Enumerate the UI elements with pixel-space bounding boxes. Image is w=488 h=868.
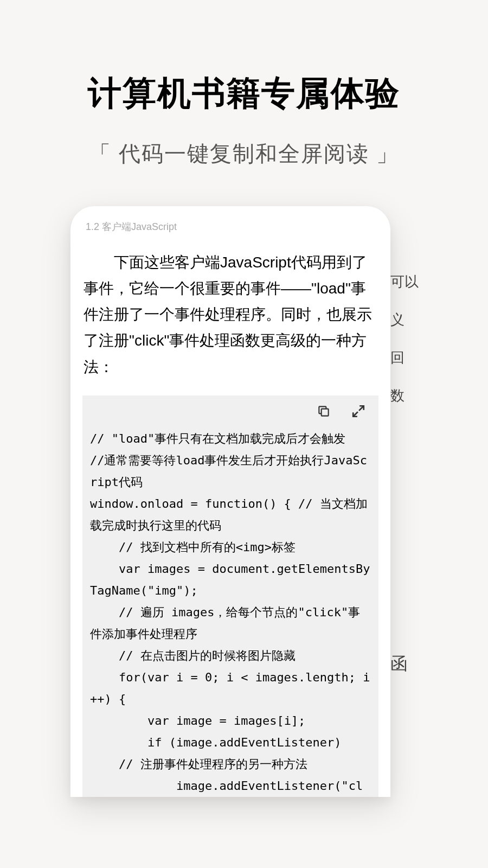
hero-title: 计算机书籍专属体验 <box>0 71 488 116</box>
fullscreen-icon[interactable] <box>351 404 365 420</box>
code-toolbar <box>90 404 371 428</box>
chapter-label: 1.2 客户端JavaScript <box>86 220 378 233</box>
hero-subtitle: 「 代码一键复制和全屏阅读 」 <box>0 139 488 169</box>
code-block: // "load"事件只有在文档加载完成后才会触发 //通常需要等待load事件… <box>82 395 378 797</box>
body-paragraph: 下面这些客户端JavaScript代码用到了事件，它给一个很重要的事件——"lo… <box>82 250 378 380</box>
svg-rect-0 <box>322 409 329 416</box>
copy-icon[interactable] <box>317 404 331 420</box>
background-layer: 可以 义 回 数 函 <box>390 233 423 868</box>
reader-frame: 1.2 客户端JavaScript 下面这些客户端JavaScript代码用到了… <box>70 206 390 797</box>
bg-text: 回 <box>390 348 404 367</box>
bg-text: 函 <box>390 652 408 676</box>
bg-text: 数 <box>390 386 404 405</box>
bg-text: 义 <box>390 310 404 329</box>
bg-text: 可以 <box>390 272 419 291</box>
code-content: // "load"事件只有在文档加载完成后才会触发 //通常需要等待load事件… <box>90 428 371 797</box>
